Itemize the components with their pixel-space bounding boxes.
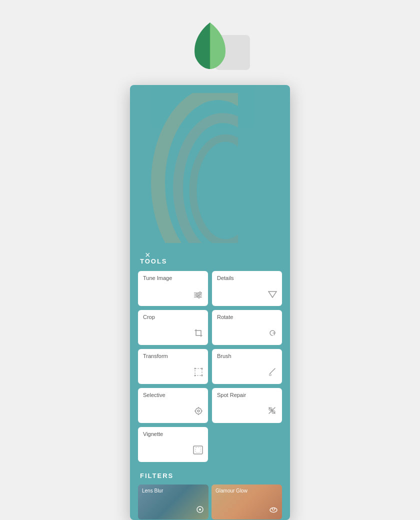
filter-lens-blur[interactable]: Lens Blur: [138, 484, 208, 520]
tool-crop-label: Crop: [143, 314, 203, 320]
tool-tune-image[interactable]: Tune Image: [138, 271, 208, 306]
tools-panel: × TOOLS Tune Image Details: [130, 85, 290, 520]
svg-point-8: [196, 294, 198, 296]
tool-rotate-label: Rotate: [217, 314, 277, 320]
logo-area: [190, 20, 230, 70]
filter-lens-blur-bg: Lens Blur: [138, 484, 208, 520]
glamour-glow-icon: [269, 505, 278, 516]
tool-details-label: Details: [217, 275, 277, 281]
details-icon: [268, 290, 277, 301]
tool-transform[interactable]: Transform: [138, 349, 208, 384]
app-logo: [190, 20, 230, 70]
background-image: [138, 93, 238, 243]
svg-rect-11: [195, 368, 202, 376]
tool-spot-repair[interactable]: Spot Repair: [212, 388, 282, 423]
tune-image-icon: [193, 290, 203, 301]
filter-lens-blur-label: Lens Blur: [142, 488, 204, 494]
vignette-icon: [193, 446, 203, 457]
tool-transform-label: Transform: [143, 353, 203, 359]
filter-glamour-glow-bg: Glamour Glow: [212, 484, 282, 520]
lens-blur-icon: [196, 505, 204, 516]
svg-point-12: [194, 368, 196, 370]
filters-section-title: FILTERS: [140, 472, 282, 480]
tool-vignette-label: Vignette: [143, 431, 203, 437]
svg-rect-27: [194, 446, 202, 454]
selective-icon: [194, 406, 203, 418]
filter-glamour-glow-label: Glamour Glow: [216, 488, 278, 494]
tool-rotate[interactable]: Rotate: [212, 310, 282, 345]
tool-crop[interactable]: Crop: [138, 310, 208, 345]
tool-spot-repair-label: Spot Repair: [217, 392, 277, 398]
crop-icon: [194, 328, 203, 340]
tool-vignette[interactable]: Vignette: [138, 427, 208, 462]
svg-point-15: [202, 375, 203, 376]
svg-point-17: [196, 408, 202, 414]
tool-brush-label: Brush: [217, 353, 277, 359]
transform-icon: [194, 368, 203, 379]
tool-tune-image-label: Tune Image: [143, 275, 203, 281]
filter-glamour-glow[interactable]: Glamour Glow: [212, 484, 282, 520]
svg-point-14: [194, 375, 196, 376]
brush-icon: [268, 368, 277, 379]
rotate-icon: [268, 328, 277, 340]
svg-line-16: [270, 368, 275, 374]
svg-point-3: [193, 138, 238, 243]
tools-grid: Tune Image Details: [138, 271, 282, 462]
spot-repair-icon: [267, 406, 277, 418]
svg-rect-28: [196, 448, 200, 452]
svg-point-7: [199, 292, 201, 294]
tool-details[interactable]: Details: [212, 271, 282, 306]
tool-selective-label: Selective: [143, 392, 203, 398]
svg-point-9: [198, 296, 200, 298]
tool-brush[interactable]: Brush: [212, 349, 282, 384]
tool-selective[interactable]: Selective: [138, 388, 208, 423]
filters-grid: Lens Blur Glamour Glow: [138, 484, 282, 520]
tools-section-title: TOOLS: [140, 258, 282, 265]
svg-point-13: [202, 368, 203, 370]
svg-point-18: [198, 410, 200, 412]
svg-marker-10: [268, 292, 276, 298]
svg-point-30: [199, 508, 201, 510]
